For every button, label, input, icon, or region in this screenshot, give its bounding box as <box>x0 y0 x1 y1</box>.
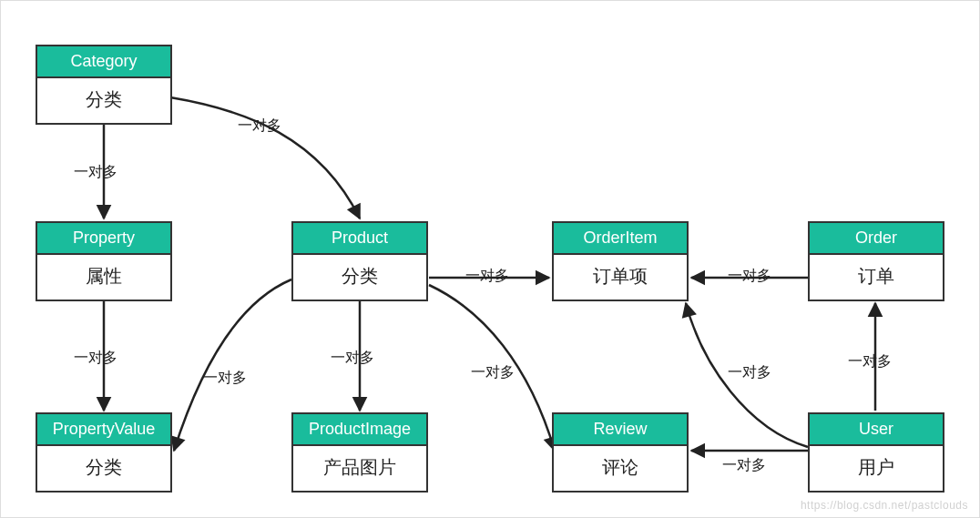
entity-title: Review <box>554 414 687 446</box>
entity-propertyvalue: PropertyValue 分类 <box>36 412 172 493</box>
edge-label-prop-pv: 一对多 <box>74 349 117 368</box>
entity-orderitem: OrderItem 订单项 <box>552 221 689 301</box>
entity-label: 产品图片 <box>293 446 426 491</box>
entity-productimage: ProductImage 产品图片 <box>291 412 428 493</box>
entity-label: 用户 <box>810 446 943 491</box>
entity-title: PropertyValue <box>37 414 170 446</box>
entity-title: Category <box>37 46 170 78</box>
edge-label-user-oi: 一对多 <box>728 363 771 382</box>
edge-label-prod-pi: 一对多 <box>331 349 374 368</box>
edge-label-order-oi: 一对多 <box>728 267 771 286</box>
entity-label: 订单项 <box>554 255 687 300</box>
entity-product: Product 分类 <box>291 221 428 301</box>
entity-category: Category 分类 <box>36 45 172 125</box>
entity-title: Order <box>810 223 943 255</box>
edge-label-cat-prod: 一对多 <box>238 117 281 136</box>
entity-order: Order 订单 <box>808 221 944 301</box>
entity-label: 评论 <box>554 446 687 491</box>
entity-title: Product <box>293 223 426 255</box>
entity-label: 属性 <box>37 255 170 300</box>
entity-title: Property <box>37 223 170 255</box>
entity-user: User 用户 <box>808 412 944 493</box>
edge-label-user-rev: 一对多 <box>722 456 766 475</box>
entity-label: 分类 <box>37 446 170 491</box>
edge-label-prod-rev: 一对多 <box>471 363 515 382</box>
entity-title: OrderItem <box>554 223 687 255</box>
entity-review: Review 评论 <box>552 412 689 493</box>
entity-title: User <box>810 414 943 446</box>
edge-label-prod-pv: 一对多 <box>203 369 247 388</box>
er-diagram: Category 分类 Property 属性 Product 分类 Order… <box>0 0 980 518</box>
entity-title: ProductImage <box>293 414 426 446</box>
entity-label: 分类 <box>37 78 170 123</box>
entity-label: 分类 <box>293 255 426 300</box>
entity-property: Property 属性 <box>36 221 172 301</box>
edge-label-prod-oi: 一对多 <box>465 267 509 286</box>
watermark: https://blog.csdn.net/pastclouds <box>801 499 968 512</box>
edge-label-user-order: 一对多 <box>848 352 892 371</box>
entity-label: 订单 <box>810 255 943 300</box>
edge-label-cat-prop: 一对多 <box>74 163 117 182</box>
